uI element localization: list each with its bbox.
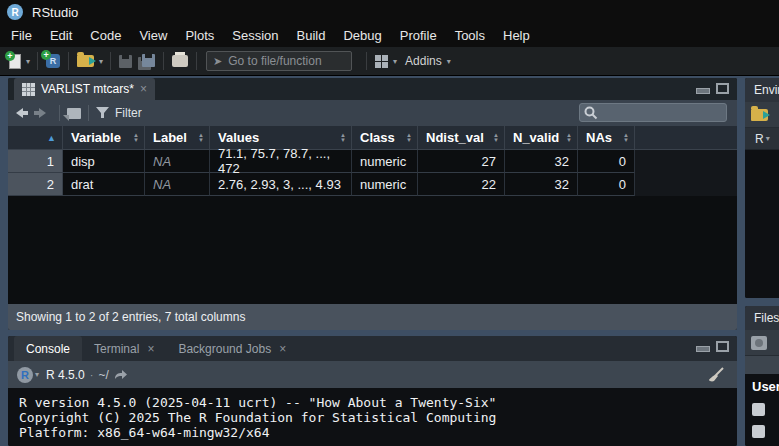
menu-plots[interactable]: Plots (176, 26, 223, 45)
file-checkbox[interactable] (752, 425, 765, 438)
menu-help[interactable]: Help (494, 26, 539, 45)
new-folder-button[interactable] (751, 336, 767, 350)
file-checkbox[interactable] (752, 403, 765, 416)
sort-toggle-icon[interactable]: ▲▼ (566, 133, 572, 143)
menu-edit[interactable]: Edit (41, 26, 81, 45)
environment-pane: Environment R ▾ (745, 78, 779, 298)
maximize-pane-icon[interactable] (716, 83, 729, 94)
console-pane: Console Terminal × Background Jobs × R ▾ (8, 336, 737, 446)
sort-toggle-icon[interactable]: ▲▼ (493, 133, 499, 143)
menu-code[interactable]: Code (81, 26, 130, 45)
cell-class: numeric (352, 150, 418, 173)
toolbar-divider (163, 52, 164, 70)
save-all-button[interactable] (135, 50, 158, 72)
tab-terminal[interactable]: Terminal × (82, 336, 166, 361)
back-button[interactable] (16, 108, 28, 118)
tab-environment[interactable]: Environment (754, 83, 779, 97)
new-project-button[interactable]: R+ (43, 50, 63, 72)
r-version-caret-icon[interactable]: ▾ (35, 370, 39, 379)
file-row[interactable] (752, 425, 779, 438)
col-header-ndist-val[interactable]: Ndist_val ▲▼ (418, 126, 505, 149)
save-icon (119, 55, 132, 68)
tab-close-icon[interactable]: × (140, 82, 147, 96)
filter-button[interactable]: Filter (96, 106, 142, 120)
separator-dot: · (90, 369, 94, 381)
data-viewer-tab-label: VARLIST mtcars* (41, 82, 134, 96)
cell-ndist-val: 22 (418, 173, 505, 196)
status-text: Showing 1 to 2 of 2 entries, 7 total col… (16, 310, 245, 324)
pane-layout-icon (375, 55, 388, 68)
files-pane: Files User (745, 306, 779, 446)
console-line: Copyright (C) 2025 The R Foundation for … (19, 410, 737, 425)
cell-nas: 0 (578, 173, 635, 196)
sort-toggle-icon[interactable]: ▲▼ (198, 133, 204, 143)
toolbar-divider (110, 52, 111, 70)
print-icon (172, 55, 188, 67)
files-path-bar (745, 356, 779, 374)
pane-layout-caret-icon[interactable]: ▾ (393, 57, 397, 66)
goto-file-input[interactable]: ➤ Go to file/function (206, 51, 352, 71)
popout-button[interactable] (67, 108, 81, 119)
tab-background-jobs[interactable]: Background Jobs × (166, 336, 298, 361)
title-bar: R RStudio (0, 0, 779, 24)
forward-button[interactable] (34, 108, 46, 118)
col-header-class[interactable]: Class ▲▼ (352, 126, 418, 149)
col-header-label[interactable]: Label ▲▼ (145, 126, 210, 149)
environment-scope-dropdown[interactable]: R (755, 132, 764, 146)
cell-n-valid: 32 (505, 150, 578, 173)
tab-varlist-mtcars[interactable]: VARLIST mtcars* × (14, 78, 155, 100)
back-arrow-icon (16, 108, 23, 118)
addins-button[interactable]: Addins (405, 54, 442, 68)
import-dataset-button[interactable] (751, 109, 768, 121)
table-search-input[interactable] (579, 103, 727, 122)
table-row[interactable]: 1 disp NA 71.1, 75.7, 78.7, ..., 472 num… (8, 150, 737, 173)
menu-profile[interactable]: Profile (391, 26, 446, 45)
menu-tools[interactable]: Tools (446, 26, 494, 45)
col-header-variable[interactable]: Variable ▲▼ (63, 126, 145, 149)
open-file-caret-icon[interactable]: ▾ (99, 57, 103, 66)
minimize-pane-icon[interactable] (696, 88, 710, 94)
sort-toggle-icon[interactable]: ▲▼ (133, 133, 139, 143)
tab-close-icon[interactable]: × (147, 342, 154, 356)
toolbar-divider (196, 52, 197, 70)
col-header-n-valid[interactable]: N_valid ▲▼ (505, 126, 578, 149)
addins-caret-icon[interactable]: ▾ (447, 57, 451, 66)
col-header-nas[interactable]: NAs ▲▼ (578, 126, 635, 149)
pane-layout-button[interactable] (372, 50, 391, 72)
minimize-pane-icon[interactable] (696, 346, 710, 352)
goto-directory-icon[interactable] (114, 369, 127, 380)
sort-toggle-icon[interactable]: ▲▼ (623, 133, 629, 143)
col-label: Label (153, 130, 187, 145)
menu-file[interactable]: File (2, 26, 41, 45)
clear-console-broom-icon[interactable] (707, 367, 725, 383)
save-button[interactable] (116, 50, 135, 72)
new-project-icon: R+ (46, 54, 60, 68)
menu-debug[interactable]: Debug (334, 26, 390, 45)
tab-label: Background Jobs (178, 342, 271, 356)
maximize-pane-icon[interactable] (716, 341, 729, 352)
table-row[interactable]: 2 drat NA 2.76, 2.93, 3, ..., 4.93 numer… (8, 173, 737, 196)
menu-view[interactable]: View (130, 26, 176, 45)
menu-session[interactable]: Session (223, 26, 287, 45)
console-output[interactable]: R version 4.5.0 (2025-04-11 ucrt) -- "Ho… (8, 388, 737, 446)
print-button[interactable] (169, 50, 191, 72)
new-file-caret-icon[interactable]: ▾ (26, 57, 30, 66)
open-folder-icon (751, 109, 768, 121)
file-row[interactable] (752, 403, 779, 416)
sort-toggle-icon[interactable]: ▲▼ (406, 133, 412, 143)
new-file-button[interactable]: + (6, 50, 24, 72)
scope-caret-icon[interactable]: ▾ (766, 134, 770, 143)
toolbar-divider (37, 52, 38, 70)
tab-console[interactable]: Console (14, 336, 82, 361)
pane-window-buttons (696, 83, 729, 94)
menu-build[interactable]: Build (288, 26, 335, 45)
tab-files[interactable]: Files (754, 311, 779, 325)
filter-label: Filter (115, 106, 142, 120)
open-file-button[interactable] (74, 50, 97, 72)
sort-toggle-icon[interactable]: ▲▼ (340, 133, 346, 143)
rownum-header[interactable]: ▲ (8, 126, 63, 149)
working-directory-link[interactable]: ~/ (98, 368, 108, 382)
cell-class: numeric (352, 173, 418, 196)
col-label: Class (360, 130, 395, 145)
tab-close-icon[interactable]: × (279, 342, 286, 356)
